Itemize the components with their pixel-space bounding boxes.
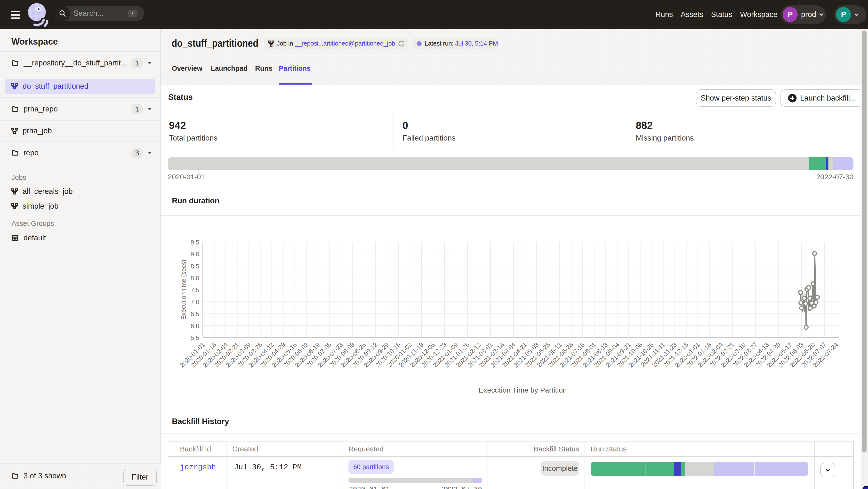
svg-text:7.5: 7.5 bbox=[191, 286, 199, 294]
svg-text:7.0: 7.0 bbox=[191, 298, 199, 305]
svg-text:8.0: 8.0 bbox=[191, 274, 199, 282]
svg-text:Execution time (secs): Execution time (secs) bbox=[180, 260, 187, 320]
svg-text:6.0: 6.0 bbox=[191, 322, 199, 330]
svg-text:9.5: 9.5 bbox=[191, 239, 199, 246]
svg-text:8.5: 8.5 bbox=[191, 263, 199, 270]
svg-text:Execution Time by Partition: Execution Time by Partition bbox=[478, 386, 567, 394]
svg-text:5.5: 5.5 bbox=[191, 334, 199, 341]
svg-text:9.0: 9.0 bbox=[191, 251, 199, 258]
svg-text:6.5: 6.5 bbox=[191, 311, 199, 318]
